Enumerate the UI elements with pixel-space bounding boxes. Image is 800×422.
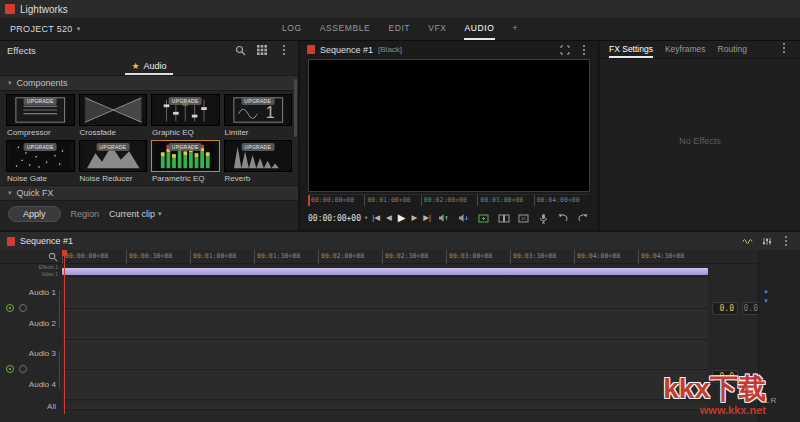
apply-button[interactable]: Apply: [8, 206, 61, 222]
ruler-timecode: 00:01:00+00: [364, 195, 420, 206]
ruler-timecode: 00:03:00+00: [446, 250, 510, 264]
ruler-timecode: 00:01:30+00: [254, 250, 318, 264]
tab-audio-category[interactable]: ★ Audio: [125, 59, 172, 75]
current-timecode[interactable]: 00:00:00+00 ▾: [308, 214, 368, 223]
lr-channel-label: LR: [765, 396, 777, 405]
effect-tile-label: Compressor: [6, 126, 75, 138]
track-label-audio-3[interactable]: Audio 3: [16, 349, 56, 358]
audio-lane-2[interactable]: [62, 309, 708, 340]
step-forward-button[interactable]: ▶: [411, 213, 417, 223]
all-tracks-lane[interactable]: [62, 403, 708, 410]
ruler-timecode: 00:02:00+00: [421, 195, 477, 206]
gain-value-box[interactable]: 0.0: [712, 302, 738, 315]
effect-tile-label: Crossfade: [79, 126, 148, 138]
track-enable-toggle[interactable]: [6, 304, 14, 312]
viewer-playhead[interactable]: [308, 195, 310, 206]
project-selector[interactable]: PROJECT 520 ▾: [10, 18, 81, 40]
scroll-down-icon[interactable]: ▼: [763, 298, 769, 304]
components-section-label: Components: [17, 78, 68, 88]
audio-level-down-icon[interactable]: [457, 211, 471, 225]
track-enable-toggle[interactable]: [6, 365, 14, 373]
effect-tile-graphic-eq[interactable]: UPGRADE Graphic EQ: [151, 94, 220, 138]
ruler-timecode: 00:00:00+00: [308, 195, 364, 206]
track-monitor-toggle[interactable]: [19, 365, 27, 373]
quick-fx-section-header[interactable]: ▾ Quick FX: [0, 185, 298, 201]
ruler-timecode: 00:04:00+00: [574, 250, 638, 264]
fx-settings-kebab-icon[interactable]: [777, 41, 791, 55]
upgrade-badge: UPGRADE: [241, 143, 274, 151]
viewer-menu-kebab-icon[interactable]: [577, 43, 591, 57]
jump-to-end-button[interactable]: ▶|: [423, 213, 431, 223]
fx-settings-tab-bar: FX Settings Keyframes Routing: [600, 41, 800, 59]
video-monitor[interactable]: [308, 59, 590, 192]
step-back-button[interactable]: ◀: [386, 213, 392, 223]
track-group-bracket: [59, 290, 60, 328]
fullscreen-icon[interactable]: [558, 43, 572, 57]
effect-tile-label: Parametric EQ: [151, 172, 220, 184]
insert-edit-icon[interactable]: [477, 211, 491, 225]
effect-tile-crossfade[interactable]: Crossfade: [79, 94, 148, 138]
lightworks-logo-icon: [5, 4, 15, 14]
audio-lane-1[interactable]: [62, 278, 708, 309]
upgrade-badge: UPGRADE: [24, 143, 57, 151]
region-dropdown[interactable]: Current clip ▾: [109, 209, 162, 219]
redo-icon[interactable]: [576, 211, 590, 225]
effect-tile-parametric-eq[interactable]: UPGRADE Parametric EQ: [151, 140, 220, 184]
viewer-timeline-ruler[interactable]: 00:00:00+00 00:01:00+00 00:02:00+00 00:0…: [308, 194, 590, 206]
audio-lane-3[interactable]: [62, 340, 708, 370]
effect-tile-reverb[interactable]: UPGRADE Reverb: [224, 140, 293, 184]
delete-edit-icon[interactable]: [517, 211, 531, 225]
all-tracks-row: All: [0, 400, 800, 414]
track-settings-icon[interactable]: [760, 234, 774, 248]
audio-level-up-icon[interactable]: [437, 211, 451, 225]
effect-tile-label: Limiter: [224, 126, 293, 138]
tab-keyframes[interactable]: Keyframes: [665, 41, 706, 58]
tab-fx-settings[interactable]: FX Settings: [609, 41, 653, 58]
chevron-down-icon: ▾: [8, 79, 12, 87]
search-icon[interactable]: [233, 43, 247, 57]
replace-edit-icon[interactable]: [497, 211, 511, 225]
undo-icon[interactable]: [555, 211, 569, 225]
effects-scrollbar[interactable]: [294, 79, 297, 137]
jump-to-start-button[interactable]: |◀: [372, 213, 380, 223]
components-section-header[interactable]: ▾ Components: [0, 75, 298, 91]
tab-assemble[interactable]: ASSEMBLE: [319, 18, 372, 40]
timeline-ruler[interactable]: 00:00:00+00 00:00:30+00 00:01:00+00 00:0…: [0, 250, 800, 264]
effect-tile-noise-gate[interactable]: UPGRADE Noise Gate: [6, 140, 75, 184]
effect-tile-compressor[interactable]: UPGRADE Compressor: [6, 94, 75, 138]
zoom-icon[interactable]: [48, 252, 58, 262]
scroll-up-icon[interactable]: ▲: [763, 288, 769, 294]
grid-view-icon[interactable]: [255, 43, 269, 57]
effect-tile-noise-reducer[interactable]: UPGRADE Noise Reducer: [79, 140, 148, 184]
all-tracks-label: All: [16, 402, 56, 411]
play-button[interactable]: ▶: [398, 213, 406, 223]
project-label: PROJECT 520: [10, 24, 73, 34]
timeline-playhead[interactable]: [64, 250, 65, 414]
track-label-audio-2[interactable]: Audio 2: [16, 319, 56, 328]
track-monitor-toggle[interactable]: [19, 304, 27, 312]
audio-group-1: Audio 1 Audio 2 0.0 0.0: [0, 278, 800, 340]
track-label-audio-4[interactable]: Audio 4: [16, 380, 56, 389]
audio-lane-4[interactable]: [62, 370, 708, 400]
tab-add[interactable]: +: [511, 18, 519, 40]
tab-audio[interactable]: AUDIO: [464, 18, 496, 40]
effects-menu-kebab-icon[interactable]: [277, 43, 291, 57]
audio-waveform-icon[interactable]: [741, 234, 755, 248]
timeline-kebab-icon[interactable]: [779, 234, 793, 248]
menu-bar: PROJECT 520 ▾ LOG ASSEMBLE EDIT VFX AUDI…: [0, 18, 800, 41]
effect-tile-label: Reverb: [224, 172, 293, 184]
tab-edit[interactable]: EDIT: [387, 18, 411, 40]
effects-panel-title: Effects: [7, 45, 225, 56]
effect-tile-limiter[interactable]: 1 UPGRADE Limiter: [224, 94, 293, 138]
tab-routing[interactable]: Routing: [718, 41, 747, 58]
track-label-audio-1[interactable]: Audio 1: [16, 288, 56, 297]
audio-group-2: Audio 3 Audio 4 0.0: [0, 340, 800, 400]
tab-log[interactable]: LOG: [281, 18, 303, 40]
tab-vfx[interactable]: VFX: [427, 18, 447, 40]
effects-track-label: Effects 1: [14, 264, 58, 270]
mic-icon[interactable]: [537, 211, 551, 225]
video-track-clip[interactable]: [62, 268, 708, 275]
gain-value-box[interactable]: 0.0: [712, 370, 738, 383]
noise-gate-thumbnail: UPGRADE: [6, 140, 75, 172]
chevron-down-icon: ▾: [8, 189, 12, 197]
